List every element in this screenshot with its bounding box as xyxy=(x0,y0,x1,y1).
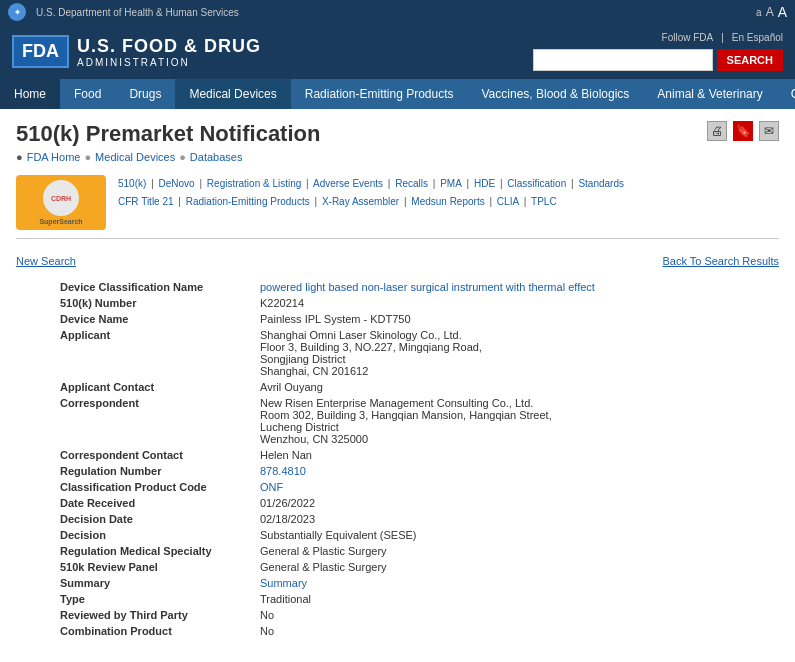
font-small-btn[interactable]: a xyxy=(756,7,762,18)
page-content: 510(k) Premarket Notification ● FDA Home… xyxy=(0,109,795,651)
nav-radiation[interactable]: Radiation-Emitting Products xyxy=(291,79,468,109)
link-pma[interactable]: PMA xyxy=(440,178,462,189)
font-size-controls[interactable]: a A A xyxy=(756,4,787,20)
type-label: Type xyxy=(56,591,256,607)
espanol-link[interactable]: En Español xyxy=(732,32,783,43)
font-medium-btn[interactable]: A xyxy=(766,5,774,19)
link-classification[interactable]: Classification xyxy=(507,178,566,189)
decision-date-value: 02/18/2023 xyxy=(256,511,795,527)
reg-medical-specialty-value: General & Plastic Surgery xyxy=(256,543,795,559)
nav-vaccines[interactable]: Vaccines, Blood & Biologics xyxy=(468,79,644,109)
510k-number-value: K220214 xyxy=(256,295,795,311)
breadcrumb-fda-home[interactable]: FDA Home xyxy=(27,151,81,163)
reg-medical-specialty-label: Regulation Medical Specialty xyxy=(56,543,256,559)
search-button[interactable]: SEARCH xyxy=(717,49,783,71)
table-row: Combination Product No xyxy=(56,623,795,639)
fda-main-title: U.S. FOOD & DRUG xyxy=(77,36,261,57)
link-xray[interactable]: X-Ray Assembler xyxy=(322,196,399,207)
nav-medical-devices[interactable]: Medical Devices xyxy=(175,79,290,109)
link-medsun[interactable]: Medsun Reports xyxy=(411,196,484,207)
agency-name: U.S. Department of Health & Human Servic… xyxy=(36,7,239,18)
hhs-icon: ✦ xyxy=(8,3,26,21)
decision-value: Substantially Equivalent (SESE) xyxy=(256,527,795,543)
link-510k[interactable]: 510(k) xyxy=(118,178,146,189)
nav-animal[interactable]: Animal & Veterinary xyxy=(643,79,776,109)
regulation-number-label: Regulation Number xyxy=(56,463,256,479)
breadcrumb-sep-icon: ● xyxy=(16,151,23,163)
follow-fda-link[interactable]: Follow FDA xyxy=(662,32,714,43)
link-radiation-products[interactable]: Radiation-Emitting Products xyxy=(186,196,310,207)
cdrh-links: 510(k) | DeNovo | Registration & Listing… xyxy=(118,175,624,211)
cdrh-badge: CDRH xyxy=(43,180,79,216)
email-icon[interactable]: ✉ xyxy=(759,121,779,141)
link-clia[interactable]: CLIA xyxy=(497,196,519,207)
search-input[interactable] xyxy=(533,49,713,71)
classification-code-link[interactable]: ONF xyxy=(260,481,283,493)
table-row: Regulation Medical Specialty General & P… xyxy=(56,543,795,559)
breadcrumb-databases[interactable]: Databases xyxy=(190,151,243,163)
new-search-link[interactable]: New Search xyxy=(16,255,76,267)
link-cfr21[interactable]: CFR Title 21 xyxy=(118,196,174,207)
fda-badge: FDA xyxy=(12,35,69,68)
nav-bar: Home Food Drugs Medical Devices Radiatio… xyxy=(0,79,795,109)
applicant-value: Shanghai Omni Laser Skinology Co., Ltd. … xyxy=(256,327,795,379)
regulation-number-link[interactable]: 878.4810 xyxy=(260,465,306,477)
device-name-value: Painless IPL System - KDT750 xyxy=(256,311,795,327)
review-panel-label: 510k Review Panel xyxy=(56,559,256,575)
detail-table: Device Classification Name powered light… xyxy=(56,279,795,639)
510k-number-label: 510(k) Number xyxy=(56,295,256,311)
fda-sub-title: ADMINISTRATION xyxy=(77,57,261,68)
correspondent-label: Correspondent xyxy=(56,395,256,447)
breadcrumb-medical-devices[interactable]: Medical Devices xyxy=(95,151,175,163)
table-row: Device Classification Name powered light… xyxy=(56,279,795,295)
cdrh-section: CDRH SuperSearch 510(k) | DeNovo | Regis… xyxy=(16,175,779,239)
page-title: 510(k) Premarket Notification xyxy=(16,121,320,147)
nav-drugs[interactable]: Drugs xyxy=(115,79,175,109)
link-registration[interactable]: Registration & Listing xyxy=(207,178,302,189)
cdrh-label: SuperSearch xyxy=(39,218,82,225)
table-row: Applicant Contact Avril Ouyang xyxy=(56,379,795,395)
classification-code-value: ONF xyxy=(256,479,795,495)
combination-value: No xyxy=(256,623,795,639)
page-actions: 🖨 🔖 ✉ xyxy=(707,121,779,141)
summary-link[interactable]: Summary xyxy=(260,577,307,589)
cdrh-logo: CDRH SuperSearch xyxy=(16,175,106,230)
summary-label: Summary xyxy=(56,575,256,591)
link-recalls[interactable]: Recalls xyxy=(395,178,428,189)
applicant-contact-value: Avril Ouyang xyxy=(256,379,795,395)
correspondent-contact-label: Correspondent Contact xyxy=(56,447,256,463)
print-icon[interactable]: 🖨 xyxy=(707,121,727,141)
back-to-results-link[interactable]: Back To Search Results xyxy=(662,255,779,267)
table-row: Summary Summary xyxy=(56,575,795,591)
title-section: 510(k) Premarket Notification ● FDA Home… xyxy=(16,121,320,175)
table-row: Date Received 01/26/2022 xyxy=(56,495,795,511)
summary-value: Summary xyxy=(256,575,795,591)
link-hde[interactable]: HDE xyxy=(474,178,495,189)
regulation-number-value: 878.4810 xyxy=(256,463,795,479)
device-classification-link[interactable]: powered light based non-laser surgical i… xyxy=(260,281,595,293)
device-name-label: Device Name xyxy=(56,311,256,327)
review-panel-value: General & Plastic Surgery xyxy=(256,559,795,575)
nav-cosmetics[interactable]: Cosmetics xyxy=(777,79,795,109)
link-tplc[interactable]: TPLC xyxy=(531,196,557,207)
nav-home[interactable]: Home xyxy=(0,79,60,109)
link-denovo[interactable]: DeNovo xyxy=(159,178,195,189)
applicant-label: Applicant xyxy=(56,327,256,379)
link-adverse-events[interactable]: Adverse Events xyxy=(313,178,383,189)
nav-food[interactable]: Food xyxy=(60,79,115,109)
font-large-btn[interactable]: A xyxy=(778,4,787,20)
table-row: 510k Review Panel General & Plastic Surg… xyxy=(56,559,795,575)
decision-date-label: Decision Date xyxy=(56,511,256,527)
table-row: Classification Product Code ONF xyxy=(56,479,795,495)
search-bar[interactable]: SEARCH xyxy=(533,49,783,71)
link-standards[interactable]: Standards xyxy=(578,178,624,189)
bookmark-icon[interactable]: 🔖 xyxy=(733,121,753,141)
table-row: Regulation Number 878.4810 xyxy=(56,463,795,479)
decision-label: Decision xyxy=(56,527,256,543)
header: FDA U.S. FOOD & DRUG ADMINISTRATION Foll… xyxy=(0,24,795,79)
device-classification-label: Device Classification Name xyxy=(56,279,256,295)
reviewed-value: No xyxy=(256,607,795,623)
header-links[interactable]: Follow FDA | En Español xyxy=(662,32,783,43)
date-received-label: Date Received xyxy=(56,495,256,511)
table-row: Correspondent New Risen Enterprise Manag… xyxy=(56,395,795,447)
